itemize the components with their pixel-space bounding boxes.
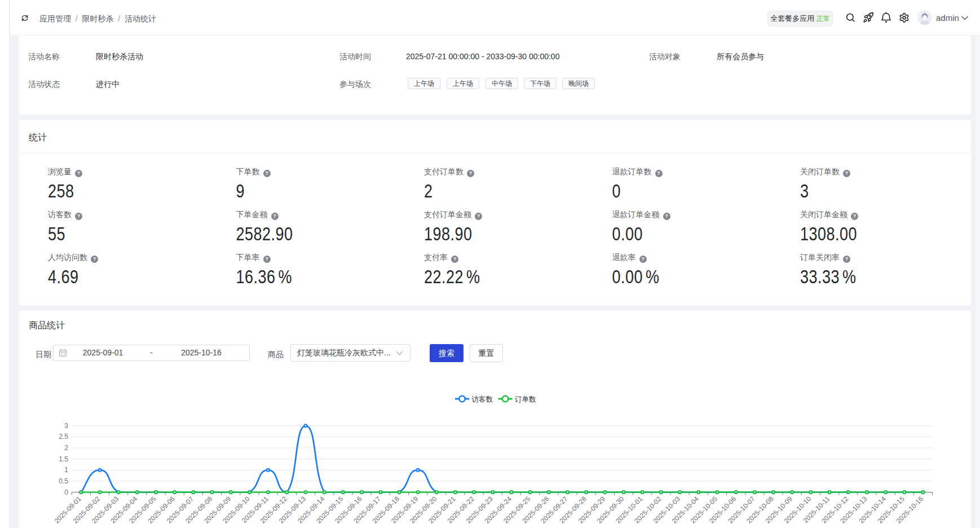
svg-text:3: 3	[64, 422, 68, 430]
svg-text:0: 0	[64, 489, 68, 496]
svg-text:1.5: 1.5	[59, 455, 68, 463]
svg-text:2: 2	[64, 444, 68, 452]
svg-text:2.5: 2.5	[59, 433, 68, 441]
svg-text:访客数: 访客数	[472, 395, 493, 403]
svg-text:1: 1	[64, 466, 68, 474]
svg-text:0.5: 0.5	[59, 477, 68, 485]
svg-text:订单数: 订单数	[515, 395, 536, 403]
